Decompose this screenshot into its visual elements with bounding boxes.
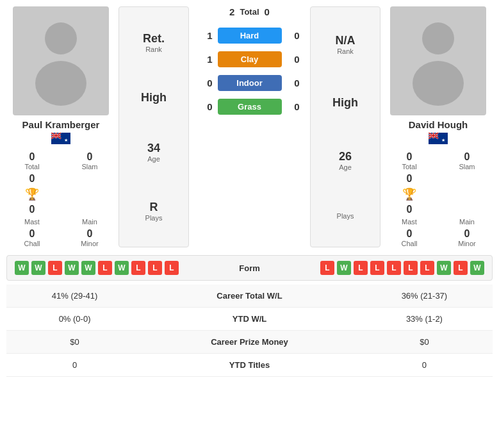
left-plays-block: R Plays bbox=[145, 201, 163, 222]
form-badge-right: L bbox=[320, 261, 334, 275]
form-badge-right: L bbox=[370, 261, 384, 275]
stats-right-value: 36% (21-37) bbox=[356, 285, 493, 308]
right-plays-block: Plays bbox=[337, 212, 354, 220]
form-badge-right: W bbox=[337, 261, 351, 275]
hard-row: 1 Hard 0 bbox=[192, 28, 307, 44]
stats-label: Career Prize Money bbox=[143, 331, 356, 354]
stats-table: 41% (29-41)Career Total W/L36% (21-37)0%… bbox=[6, 285, 493, 377]
left-age-block: 34 Age bbox=[147, 142, 160, 163]
center-area: 2 Total 0 1 Hard 0 1 Clay 0 0 Indoor 0 bbox=[192, 6, 307, 247]
left-flag: ★ bbox=[51, 133, 70, 146]
form-badge-left: W bbox=[65, 261, 79, 275]
stats-left-value: 0 bbox=[6, 354, 143, 377]
left-mast-label: Mast bbox=[6, 218, 58, 226]
right-slam-stat: 0 Slam bbox=[441, 151, 493, 170]
form-badge-left: L bbox=[48, 261, 62, 275]
left-trophy-icon: 🏆 bbox=[25, 187, 39, 201]
stats-label: YTD W/L bbox=[143, 308, 356, 331]
right-player-name: David Hough bbox=[409, 119, 468, 130]
form-badge-right: L bbox=[454, 261, 468, 275]
right-player-avatar bbox=[390, 6, 486, 115]
left-chall-stat: 0 Chall bbox=[6, 228, 58, 247]
right-form-badges: LWLLLLLWLW bbox=[272, 261, 485, 275]
stats-row: 41% (29-41)Career Total W/L36% (21-37) bbox=[6, 285, 493, 308]
stats-row: 0% (0-0)YTD W/L33% (1-2) bbox=[6, 308, 493, 331]
svg-point-14 bbox=[413, 61, 464, 106]
svg-point-1 bbox=[35, 61, 86, 106]
left-minor-stat: 0 Minor bbox=[64, 228, 115, 247]
stats-right-value: 33% (1-2) bbox=[356, 308, 493, 331]
form-badge-left: L bbox=[165, 261, 179, 275]
stats-left-value: 0% (0-0) bbox=[6, 308, 143, 331]
right-player-stats: 0 Total 0 Slam 0 🏆 0 Mast Ma bbox=[384, 151, 493, 247]
form-badge-right: L bbox=[387, 261, 401, 275]
right-rank-block: N/A Rank bbox=[336, 34, 356, 55]
right-player-card: David Hough ★ 0 bbox=[384, 6, 493, 247]
svg-text:★: ★ bbox=[64, 138, 68, 142]
right-chall-stat: 0 Chall bbox=[384, 228, 435, 247]
right-mast-stat: 0 🏆 0 bbox=[384, 173, 435, 215]
stats-row: 0YTD Titles0 bbox=[6, 354, 493, 377]
stats-left-value: $0 bbox=[6, 331, 143, 354]
grass-row: 0 Grass 0 bbox=[192, 99, 307, 115]
form-badge-right: L bbox=[354, 261, 368, 275]
indoor-row: 0 Indoor 0 bbox=[192, 75, 307, 91]
left-player-stats: 0 Total 0 Slam 0 🏆 0 Mast Ma bbox=[6, 151, 115, 247]
left-total-stat: 0 Total bbox=[6, 151, 58, 170]
form-section: WWLWWLWLLL Form LWLLLLLWLW bbox=[6, 255, 493, 281]
svg-point-13 bbox=[422, 22, 454, 54]
right-age-block: 26 Age bbox=[339, 150, 352, 171]
total-row: 2 Total 0 bbox=[229, 6, 270, 17]
clay-button[interactable]: Clay bbox=[218, 51, 282, 67]
grass-button[interactable]: Grass bbox=[218, 99, 282, 115]
stats-left-value: 41% (29-41) bbox=[6, 285, 143, 308]
form-badge-left: W bbox=[115, 261, 129, 275]
right-total-stat: 0 Total bbox=[384, 151, 435, 170]
form-badge-right: L bbox=[404, 261, 418, 275]
form-badge-left: L bbox=[98, 261, 112, 275]
main-container: Paul Kramberger ★ bbox=[0, 0, 499, 383]
form-badge-left: W bbox=[15, 261, 29, 275]
right-trophy-icon: 🏆 bbox=[402, 187, 416, 201]
right-flag: ★ bbox=[429, 133, 448, 146]
form-badge-left: L bbox=[131, 261, 145, 275]
form-badge-left: W bbox=[81, 261, 95, 275]
form-badge-right: L bbox=[420, 261, 434, 275]
form-badge-right: W bbox=[470, 261, 484, 275]
left-high-block: High bbox=[141, 91, 167, 104]
left-main-label: Main bbox=[64, 218, 115, 226]
right-main-label: Main bbox=[441, 218, 493, 226]
left-middle-info: Ret. Rank High 34 Age R Plays bbox=[119, 6, 189, 247]
right-middle-info: N/A Rank High 26 Age Plays bbox=[310, 6, 380, 247]
clay-row: 1 Clay 0 bbox=[192, 51, 307, 67]
svg-point-0 bbox=[45, 22, 77, 54]
left-form-badges: WWLWWLWLLL bbox=[15, 261, 227, 275]
left-player-name: Paul Kramberger bbox=[22, 119, 100, 130]
left-mast-stat: 0 🏆 0 bbox=[6, 173, 58, 215]
left-slam-stat: 0 Slam bbox=[64, 151, 115, 170]
hard-button[interactable]: Hard bbox=[218, 28, 282, 44]
stats-label: Career Total W/L bbox=[143, 285, 356, 308]
form-label: Form bbox=[234, 263, 266, 273]
stats-right-value: $0 bbox=[356, 331, 493, 354]
stats-right-value: 0 bbox=[356, 354, 493, 377]
stats-row: $0Career Prize Money$0 bbox=[6, 331, 493, 354]
right-high-block: High bbox=[332, 96, 358, 110]
stats-label: YTD Titles bbox=[143, 354, 356, 377]
left-player-avatar bbox=[13, 6, 109, 115]
left-player-card: Paul Kramberger ★ bbox=[6, 6, 115, 247]
right-minor-stat: 0 Minor bbox=[441, 228, 493, 247]
svg-text:★: ★ bbox=[441, 138, 445, 142]
right-mast-label: Mast bbox=[384, 218, 435, 226]
top-section: Paul Kramberger ★ bbox=[6, 6, 493, 247]
left-rank-block: Ret. Rank bbox=[143, 32, 165, 53]
form-badge-left: L bbox=[148, 261, 162, 275]
form-badge-left: W bbox=[31, 261, 45, 275]
form-badge-right: W bbox=[437, 261, 451, 275]
indoor-button[interactable]: Indoor bbox=[218, 75, 282, 91]
